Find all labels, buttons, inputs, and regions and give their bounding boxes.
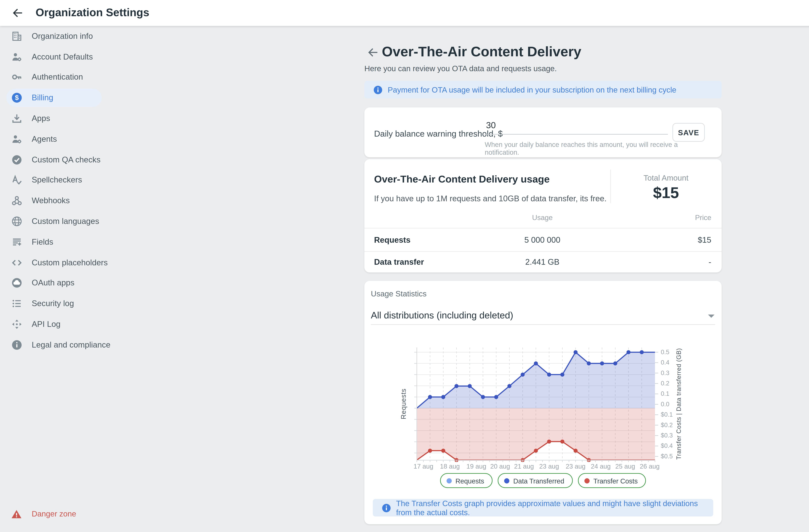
total-amount-value: $15 — [610, 184, 722, 202]
svg-text:Requests: Requests — [400, 389, 407, 419]
distribution-select[interactable]: All distributions (including deleted) — [371, 310, 513, 320]
svg-text:25 aug: 25 aug — [615, 463, 635, 470]
code-icon — [11, 257, 23, 269]
threshold-helper-text: When your daily balance reaches this amo… — [485, 140, 679, 156]
table-header-usage: Usage — [465, 213, 620, 221]
svg-text:0.5: 0.5 — [661, 349, 669, 356]
sidebar-item-label: Security log — [32, 299, 74, 308]
payment-info-text: Payment for OTA usage will be included i… — [388, 85, 676, 94]
legend-transfer-costs[interactable]: Transfer Costs — [578, 473, 646, 488]
legend-dot-data-transferred — [504, 478, 509, 483]
sidebar-item-authentication[interactable]: Authentication — [0, 67, 155, 88]
sidebar-item-label: Agents — [32, 135, 57, 144]
sidebar-item-billing[interactable]: $ Billing — [0, 88, 155, 108]
dpad-icon — [11, 319, 23, 330]
row-price-value: - — [610, 258, 711, 267]
svg-text:0.4: 0.4 — [661, 359, 669, 366]
cloud-circle-icon — [11, 277, 23, 289]
sidebar-item-spellcheckers[interactable]: Spellcheckers — [0, 170, 155, 190]
webhook-icon — [11, 195, 23, 207]
svg-text:$: $ — [15, 94, 19, 102]
sidebar-item-label: Custom languages — [32, 217, 99, 226]
legend-dot-requests — [446, 478, 452, 483]
usage-statistics-card: Usage Statistics All distributions (incl… — [364, 281, 722, 524]
person-gear-icon — [11, 133, 23, 145]
chevron-down-icon[interactable] — [708, 314, 715, 318]
sidebar-item-agents[interactable]: Agents — [0, 129, 155, 149]
chart-legend: Requests Data Transferred Transfer Costs — [364, 473, 722, 488]
svg-text:$0.4: $0.4 — [661, 442, 673, 449]
payment-info-banner: Payment for OTA usage will be included i… — [364, 81, 722, 98]
row-usage-value: 5 000 000 — [465, 236, 620, 245]
svg-text:0.2: 0.2 — [661, 380, 669, 387]
row-label: Requests — [374, 236, 411, 245]
threshold-input[interactable] — [485, 120, 668, 135]
svg-text:$0.2: $0.2 — [661, 422, 673, 428]
legend-requests[interactable]: Requests — [440, 473, 493, 488]
select-underline — [371, 324, 715, 325]
globe-icon — [11, 216, 23, 227]
threshold-card: Daily balance warning threshold, $ When … — [364, 107, 722, 157]
sidebar-item-legal-and-compliance[interactable]: Legal and compliance — [0, 334, 155, 355]
svg-text:18 aug: 18 aug — [440, 463, 460, 470]
page-back-icon[interactable] — [366, 46, 379, 59]
sidebar-item-label: Account Defaults — [32, 52, 93, 61]
total-amount-label: Total Amount — [610, 173, 722, 183]
svg-text:26 aug: 26 aug — [640, 463, 659, 470]
usage-free-note: If you have up to 1M requests and 10GB o… — [374, 194, 607, 203]
sidebar-item-apps[interactable]: Apps — [0, 108, 155, 129]
svg-text:0.0: 0.0 — [661, 401, 669, 408]
row-price-value: $15 — [610, 236, 711, 245]
sidebar-item-webhooks[interactable]: Webhooks — [0, 191, 155, 211]
transfer-costs-note-banner: The Transfer Costs graph provides approx… — [373, 499, 713, 516]
info-icon — [374, 85, 382, 94]
svg-text:23 aug: 23 aug — [539, 463, 559, 470]
sidebar-item-fields[interactable]: Fields — [0, 232, 155, 252]
sidebar: Organization info Account Defaults Authe… — [0, 26, 155, 355]
back-icon[interactable] — [11, 6, 24, 19]
sidebar-item-label: Custom QA checks — [32, 155, 101, 164]
table-divider — [364, 251, 722, 252]
sidebar-item-oauth-apps[interactable]: OAuth apps — [0, 273, 155, 293]
usage-statistics-title: Usage Statistics — [371, 289, 427, 298]
download-icon — [11, 113, 23, 124]
spellcheck-icon — [11, 174, 23, 186]
sidebar-item-danger-zone[interactable]: Danger zone — [0, 505, 166, 523]
sidebar-item-security-log[interactable]: Security log — [0, 293, 155, 314]
sidebar-item-custom-qa-checks[interactable]: Custom QA checks — [0, 149, 155, 170]
sidebar-item-api-log[interactable]: API Log — [0, 314, 155, 334]
info-circle-icon — [11, 339, 23, 350]
legend-data-transferred[interactable]: Data Transferred — [498, 473, 573, 488]
save-button[interactable]: SAVE — [672, 123, 705, 142]
svg-text:0.1: 0.1 — [661, 390, 669, 397]
sidebar-item-label: Billing — [32, 93, 53, 102]
legend-dot-transfer-costs — [584, 478, 589, 483]
sidebar-item-account-defaults[interactable]: Account Defaults — [0, 47, 155, 67]
sidebar-item-label: Authentication — [32, 73, 83, 82]
usage-chart: 0.50.40.30.20.10.0$0.1$0.2$0.3$0.4$0.517… — [364, 339, 722, 491]
svg-text:24 aug: 24 aug — [591, 463, 610, 470]
building-icon — [11, 30, 23, 42]
sidebar-item-custom-languages[interactable]: Custom languages — [0, 211, 155, 232]
page-subtitle: Here you can review you OTA data and req… — [364, 64, 557, 73]
sidebar-item-label: API Log — [32, 320, 61, 329]
app-title: Organization Settings — [36, 0, 149, 26]
row-label: Data transfer — [374, 258, 424, 267]
row-usage-value: 2.441 GB — [465, 258, 620, 267]
sidebar-item-label: Apps — [32, 114, 50, 123]
sidebar-item-custom-placeholders[interactable]: Custom placeholders — [0, 252, 155, 273]
svg-text:19 aug: 19 aug — [466, 463, 486, 470]
transfer-costs-note-text: The Transfer Costs graph provides approx… — [396, 499, 713, 517]
table-divider — [364, 228, 722, 228]
sidebar-item-label: Webhooks — [32, 196, 70, 205]
info-icon — [382, 503, 391, 512]
sidebar-item-label: OAuth apps — [32, 279, 74, 288]
sidebar-item-label: Fields — [32, 237, 53, 246]
table-header-price: Price — [610, 213, 711, 221]
usage-card: Over-The-Air Content Delivery usage If y… — [364, 159, 722, 273]
sidebar-item-label: Custom placeholders — [32, 258, 108, 267]
list-plus-icon — [11, 236, 23, 248]
sidebar-item-label: Organization info — [32, 32, 93, 41]
sidebar-item-organization-info[interactable]: Organization info — [0, 26, 155, 47]
sidebar-item-label: Legal and compliance — [32, 340, 110, 349]
